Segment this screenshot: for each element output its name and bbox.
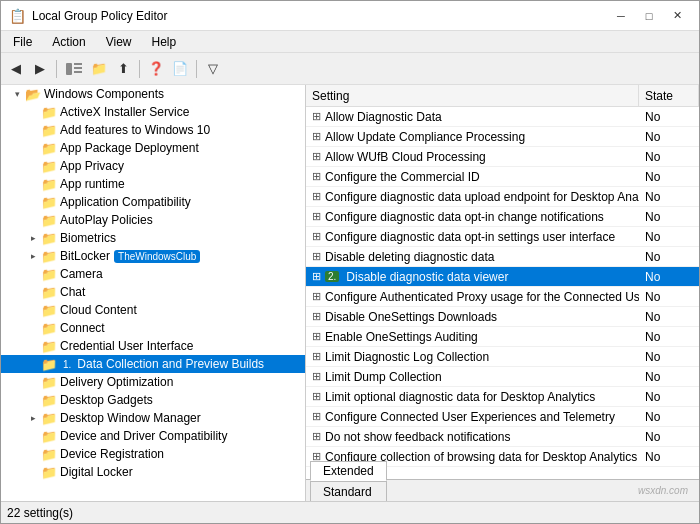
- tree-item-data-collection[interactable]: 📁1.Data Collection and Preview Builds: [1, 355, 305, 373]
- cell-setting-configure-commercial: ⊞Configure the Commercial ID: [306, 169, 639, 185]
- table-row-limit-optional[interactable]: ⊞Limit optional diagnostic data for Desk…: [306, 387, 699, 407]
- tree-item-device-driver[interactable]: 📁Device and Driver Compatibility: [1, 427, 305, 445]
- setting-text-disable-onesets: Disable OneSettings Downloads: [325, 310, 497, 324]
- table-row-disable-deleting[interactable]: ⊞Disable deleting diagnostic dataNo: [306, 247, 699, 267]
- cell-state-configure-browsing: No: [639, 449, 699, 465]
- table-row-enable-auditing[interactable]: ⊞Enable OneSettings AuditingNo: [306, 327, 699, 347]
- maximize-button[interactable]: □: [635, 6, 663, 26]
- cell-state-disable-deleting: No: [639, 249, 699, 265]
- setting-icon-limit-log: ⊞: [312, 350, 321, 363]
- setting-text-configure-optin: Configure diagnostic data opt-in change …: [325, 210, 604, 224]
- tree-item-app-privacy[interactable]: 📁App Privacy: [1, 157, 305, 175]
- tree-item-device-reg[interactable]: 📁Device Registration: [1, 445, 305, 463]
- table-row-configure-optin[interactable]: ⊞Configure diagnostic data opt-in change…: [306, 207, 699, 227]
- tree-label-delivery-opt: Delivery Optimization: [60, 375, 173, 389]
- tree-item-app-compat[interactable]: 📁Application Compatibility: [1, 193, 305, 211]
- table-rows-container: ⊞Allow Diagnostic DataNo⊞Allow Update Co…: [306, 107, 699, 467]
- back-button[interactable]: ◀: [5, 58, 27, 80]
- minimize-button[interactable]: ─: [607, 6, 635, 26]
- tree-item-app-package[interactable]: 📁App Package Deployment: [1, 139, 305, 157]
- setting-text-allow-update: Allow Update Compliance Processing: [325, 130, 525, 144]
- tree-item-cloud-content[interactable]: 📁Cloud Content: [1, 301, 305, 319]
- toolbar: ◀ ▶ 📁 ⬆ ❓ 📄 ▽: [1, 53, 699, 85]
- toolbar-separator-2: [139, 60, 140, 78]
- cell-state-allow-diag: No: [639, 109, 699, 125]
- setting-icon-disable-deleting: ⊞: [312, 250, 321, 263]
- tree-item-credential-ui[interactable]: 📁Credential User Interface: [1, 337, 305, 355]
- folder-button[interactable]: 📁: [88, 58, 110, 80]
- menu-action[interactable]: Action: [44, 33, 93, 50]
- filter-button[interactable]: ▽: [202, 58, 224, 80]
- table-row-configure-upload[interactable]: ⊞Configure diagnostic data upload endpoi…: [306, 187, 699, 207]
- folder-icon-digital-locker: 📁: [41, 465, 57, 480]
- tab-extended[interactable]: Extended: [310, 461, 387, 481]
- setting-icon-configure-proxy: ⊞: [312, 290, 321, 303]
- forward-button[interactable]: ▶: [29, 58, 51, 80]
- badge-bitlocker: TheWindowsClub: [114, 250, 200, 263]
- table-row-configure-settings[interactable]: ⊞Configure diagnostic data opt-in settin…: [306, 227, 699, 247]
- tree-item-autoplay[interactable]: 📁AutoPlay Policies: [1, 211, 305, 229]
- table-row-disable-onesets[interactable]: ⊞Disable OneSettings DownloadsNo: [306, 307, 699, 327]
- tree-item-add-features[interactable]: 📁Add features to Windows 10: [1, 121, 305, 139]
- table-row-allow-update[interactable]: ⊞Allow Update Compliance ProcessingNo: [306, 127, 699, 147]
- cell-state-configure-settings: No: [639, 229, 699, 245]
- table-row-configure-proxy[interactable]: ⊞Configure Authenticated Proxy usage for…: [306, 287, 699, 307]
- cell-setting-limit-optional: ⊞Limit optional diagnostic data for Desk…: [306, 389, 639, 405]
- tree-item-activex[interactable]: 📁ActiveX Installer Service: [1, 103, 305, 121]
- tree-expand-desktop-window[interactable]: ▸: [25, 410, 41, 426]
- cell-state-limit-optional: No: [639, 389, 699, 405]
- table-row-disable-viewer[interactable]: ⊞2.Disable diagnostic data viewerNo: [306, 267, 699, 287]
- table-row-limit-log[interactable]: ⊞Limit Diagnostic Log CollectionNo: [306, 347, 699, 367]
- show-hide-button[interactable]: [62, 58, 86, 80]
- tree-item-desktop-window[interactable]: ▸📁Desktop Window Manager: [1, 409, 305, 427]
- tree-item-connect[interactable]: 📁Connect: [1, 319, 305, 337]
- tree-item-windows-components[interactable]: ▾📂Windows Components: [1, 85, 305, 103]
- cell-state-configure-telemetry: No: [639, 409, 699, 425]
- table-row-configure-commercial[interactable]: ⊞Configure the Commercial IDNo: [306, 167, 699, 187]
- setting-text-allow-diag: Allow Diagnostic Data: [325, 110, 442, 124]
- tree-expand-bitlocker[interactable]: ▸: [25, 248, 41, 264]
- close-button[interactable]: ✕: [663, 6, 691, 26]
- setting-icon-configure-optin: ⊞: [312, 210, 321, 223]
- table-row-configure-telemetry[interactable]: ⊞Configure Connected User Experiences an…: [306, 407, 699, 427]
- menu-file[interactable]: File: [5, 33, 40, 50]
- folder-icon-credential-ui: 📁: [41, 339, 57, 354]
- tree-item-desktop-gadgets[interactable]: 📁Desktop Gadgets: [1, 391, 305, 409]
- menu-help[interactable]: Help: [144, 33, 185, 50]
- up-button[interactable]: ⬆: [112, 58, 134, 80]
- table-row-allow-diag[interactable]: ⊞Allow Diagnostic DataNo: [306, 107, 699, 127]
- cell-setting-enable-auditing: ⊞Enable OneSettings Auditing: [306, 329, 639, 345]
- setting-text-enable-auditing: Enable OneSettings Auditing: [325, 330, 478, 344]
- help-button[interactable]: ❓: [145, 58, 167, 80]
- setting-icon-configure-settings: ⊞: [312, 230, 321, 243]
- tree-label-desktop-window: Desktop Window Manager: [60, 411, 201, 425]
- export-button[interactable]: 📄: [169, 58, 191, 80]
- svg-rect-1: [74, 63, 82, 65]
- cell-setting-limit-log: ⊞Limit Diagnostic Log Collection: [306, 349, 639, 365]
- tree-expand-autoplay: [25, 212, 41, 228]
- table-row-limit-dump[interactable]: ⊞Limit Dump CollectionNo: [306, 367, 699, 387]
- tree-expand-add-features: [25, 122, 41, 138]
- table-row-allow-wufb[interactable]: ⊞Allow WUfB Cloud ProcessingNo: [306, 147, 699, 167]
- cell-setting-allow-diag: ⊞Allow Diagnostic Data: [306, 109, 639, 125]
- setting-text-configure-telemetry: Configure Connected User Experiences and…: [325, 410, 615, 424]
- cell-state-enable-auditing: No: [639, 329, 699, 345]
- tab-standard[interactable]: Standard: [310, 481, 387, 501]
- tree-item-chat[interactable]: 📁Chat: [1, 283, 305, 301]
- tree-item-biometrics[interactable]: ▸📁Biometrics: [1, 229, 305, 247]
- table-row-no-feedback[interactable]: ⊞Do not show feedback notificationsNo: [306, 427, 699, 447]
- tree-expand-app-runtime: [25, 176, 41, 192]
- setting-icon-configure-upload: ⊞: [312, 190, 321, 203]
- tree-expand-biometrics[interactable]: ▸: [25, 230, 41, 246]
- tree-item-digital-locker[interactable]: 📁Digital Locker: [1, 463, 305, 481]
- folder-icon-app-privacy: 📁: [41, 159, 57, 174]
- menu-view[interactable]: View: [98, 33, 140, 50]
- tree-item-delivery-opt[interactable]: 📁Delivery Optimization: [1, 373, 305, 391]
- tree-expand-windows-components[interactable]: ▾: [9, 86, 25, 102]
- cell-state-configure-upload: No: [639, 189, 699, 205]
- tree-item-bitlocker[interactable]: ▸📁BitLockerTheWindowsClub: [1, 247, 305, 265]
- cell-state-limit-log: No: [639, 349, 699, 365]
- tree-item-camera[interactable]: 📁Camera: [1, 265, 305, 283]
- setting-icon-disable-onesets: ⊞: [312, 310, 321, 323]
- tree-item-app-runtime[interactable]: 📁App runtime: [1, 175, 305, 193]
